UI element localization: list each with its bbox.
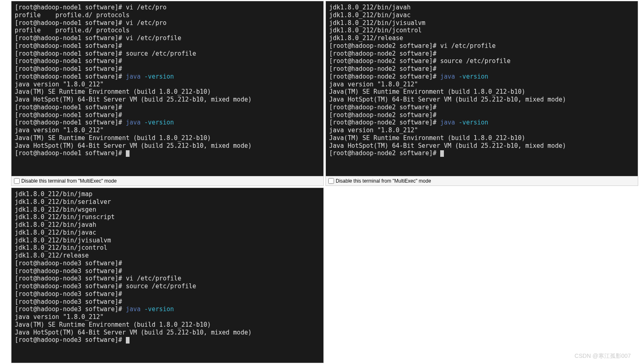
terminal-line: [root@hadoop-node2 software]#: [329, 111, 634, 119]
terminal-line: jdk1.8.0_212/bin/jcontrol: [329, 27, 634, 34]
terminal-line: java version "1.8.0_212": [15, 313, 320, 321]
terminal-line: [root@hadoop-node3 software]# java -vers…: [15, 305, 320, 313]
terminal-line: Java(TM) SE Runtime Environment (build 1…: [329, 134, 634, 142]
terminal-line: [root@hadoop-node1 software]#: [15, 42, 320, 50]
terminal-line: [root@hadoop-node3 software]# vi /etc/pr…: [15, 275, 320, 283]
terminal-line: [root@hadoop-node1 software]# java -vers…: [15, 119, 320, 127]
terminal-line: Java HotSpot(TM) 64-Bit Server VM (build…: [15, 142, 320, 150]
terminal-line: profile profile.d/ protocols: [15, 27, 320, 34]
terminal-line: jdk1.8.0_212/bin/jmap: [15, 190, 320, 198]
terminal-line: jdk1.8.0_212/bin/jvisualvm: [15, 237, 320, 244]
terminal-pane-node3: jdk1.8.0_212/bin/jmapjdk1.8.0_212/bin/se…: [11, 188, 324, 363]
terminal-line: Java HotSpot(TM) 64-Bit Server VM (build…: [15, 96, 320, 104]
terminal-line: [root@hadoop-node3 software]#: [15, 336, 320, 344]
disable-multiexec-checkbox-node2[interactable]: [328, 178, 334, 184]
terminal-pane-node2: jdk1.8.0_212/bin/javahjdk1.8.0_212/bin/j…: [325, 1, 638, 186]
terminal-line: [root@hadoop-node1 software]#: [15, 111, 320, 119]
terminal-line: jdk1.8.0_212/bin/serialver: [15, 198, 320, 206]
terminal-line: jdk1.8.0_212/bin/jrunscript: [15, 213, 320, 221]
terminal-line: jdk1.8.0_212/bin/javah: [15, 221, 320, 229]
terminal-line: [root@hadoop-node2 software]# vi /etc/pr…: [329, 42, 634, 50]
terminal-line: [root@hadoop-node2 software]# java -vers…: [329, 73, 634, 81]
terminal-line: Java(TM) SE Runtime Environment (build 1…: [15, 88, 320, 96]
terminal-line: [root@hadoop-node3 software]#: [15, 267, 320, 275]
terminal-line: [root@hadoop-node1 software]#: [15, 149, 320, 157]
disable-multiexec-label: Disable this terminal from "MultiExec" m…: [21, 178, 117, 184]
terminal-line: [root@hadoop-node3 software]# source /et…: [15, 283, 320, 290]
terminal-line: Java(TM) SE Runtime Environment (build 1…: [15, 134, 320, 142]
terminal-output-node1[interactable]: [root@hadoop-node1 software]# vi /etc/pr…: [11, 1, 323, 176]
terminal-line: [root@hadoop-node1 software]# vi /etc/pr…: [15, 19, 320, 27]
terminal-line: jdk1.8.0_212/bin/javah: [329, 4, 634, 11]
terminal-line: [root@hadoop-node1 software]# vi /etc/pr…: [15, 34, 320, 42]
terminal-line: [root@hadoop-node1 software]#: [15, 65, 320, 73]
disable-multiexec-label: Disable this terminal from "MultiExec" m…: [336, 178, 431, 184]
terminal-footer-node1: Disable this terminal from "MultiExec" m…: [11, 176, 323, 185]
terminal-line: [root@hadoop-node1 software]# source /et…: [15, 50, 320, 58]
terminal-line: jdk1.8.0_212/bin/wsgen: [15, 206, 320, 214]
terminal-line: java version "1.8.0_212": [15, 81, 320, 88]
terminal-output-node2[interactable]: jdk1.8.0_212/bin/javahjdk1.8.0_212/bin/j…: [326, 1, 638, 176]
terminal-line: java version "1.8.0_212": [15, 127, 320, 134]
cursor-icon: [126, 150, 130, 157]
terminal-line: java version "1.8.0_212": [329, 127, 634, 134]
empty-pane: [325, 187, 639, 364]
terminal-line: Java HotSpot(TM) 64-Bit Server VM (build…: [329, 142, 634, 150]
terminal-line: [root@hadoop-node2 software]#: [329, 104, 634, 111]
terminal-output-node3[interactable]: jdk1.8.0_212/bin/jmapjdk1.8.0_212/bin/se…: [11, 188, 323, 363]
terminal-line: Java(TM) SE Runtime Environment (build 1…: [15, 321, 320, 329]
terminal-line: jdk1.8.0_212/bin/jcontrol: [15, 244, 320, 252]
terminal-line: [root@hadoop-node1 software]# java -vers…: [15, 73, 320, 81]
terminal-line: [root@hadoop-node1 software]# vi /etc/pr…: [15, 4, 320, 11]
terminal-line: [root@hadoop-node2 software]# java -vers…: [329, 119, 634, 127]
terminal-line: [root@hadoop-node2 software]#: [329, 65, 634, 73]
cursor-icon: [440, 150, 444, 157]
disable-multiexec-checkbox-node1[interactable]: [14, 178, 20, 184]
terminal-line: jdk1.8.0_212/bin/jvisualvm: [329, 19, 634, 27]
terminal-line: Java(TM) SE Runtime Environment (build 1…: [329, 88, 634, 96]
terminal-line: Java HotSpot(TM) 64-Bit Server VM (build…: [15, 329, 320, 337]
terminal-line: [root@hadoop-node2 software]#: [329, 50, 634, 58]
terminal-line: Java HotSpot(TM) 64-Bit Server VM (build…: [329, 96, 634, 104]
watermark-text: CSDN @寒江孤影007: [575, 353, 631, 360]
terminal-line: [root@hadoop-node1 software]#: [15, 57, 320, 65]
terminal-pane-node1: [root@hadoop-node1 software]# vi /etc/pr…: [11, 1, 324, 186]
terminal-line: jdk1.8.0_212/release: [329, 34, 634, 42]
terminal-line: jdk1.8.0_212/bin/javac: [15, 229, 320, 237]
terminal-line: [root@hadoop-node3 software]#: [15, 290, 320, 298]
terminal-line: [root@hadoop-node2 software]#: [329, 149, 634, 157]
terminal-line: [root@hadoop-node3 software]#: [15, 260, 320, 267]
terminal-line: [root@hadoop-node2 software]# source /et…: [329, 57, 634, 65]
terminal-line: profile profile.d/ protocols: [15, 11, 320, 19]
terminal-line: jdk1.8.0_212/release: [15, 252, 320, 260]
terminal-line: [root@hadoop-node1 software]#: [15, 104, 320, 111]
terminal-line: jdk1.8.0_212/bin/javac: [329, 11, 634, 19]
terminal-footer-node2: Disable this terminal from "MultiExec" m…: [326, 176, 638, 185]
terminal-line: [root@hadoop-node3 software]#: [15, 298, 320, 306]
terminal-line: java version "1.8.0_212": [329, 81, 634, 88]
cursor-icon: [126, 337, 130, 344]
